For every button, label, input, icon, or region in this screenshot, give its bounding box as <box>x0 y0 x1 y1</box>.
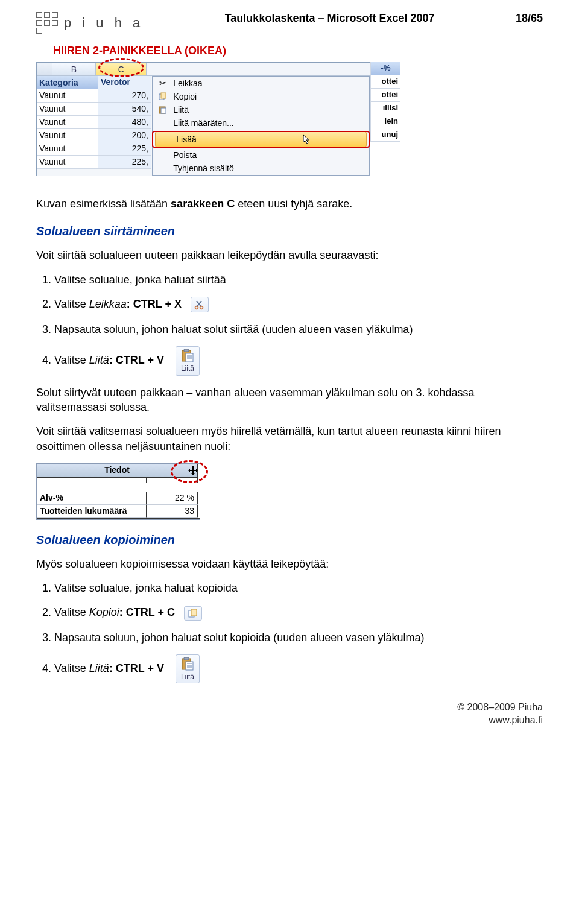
svg-rect-1 <box>161 93 166 98</box>
table-cell[interactable]: 33 <box>147 505 198 518</box>
table-cell[interactable]: Vaunut <box>37 129 98 142</box>
list-item: Valitse Kopioi: CTRL + C <box>54 605 543 620</box>
svg-rect-16 <box>186 662 193 670</box>
list-item: Napsauta soluun, johon haluat solut siir… <box>54 322 543 337</box>
table-cell[interactable]: 270, <box>98 89 151 103</box>
table-title-tiedot[interactable]: Tiedot <box>37 464 198 478</box>
list-item: Valitse Liitä: CTRL + V Liitä <box>54 654 543 683</box>
table-cell[interactable]: 540, <box>98 103 151 116</box>
paste-button[interactable]: Liitä <box>176 346 200 375</box>
document-title: Taulukkolaskenta – Microsoft Excel 2007 <box>225 12 435 25</box>
paste-button[interactable]: Liitä <box>176 654 200 683</box>
table-cell[interactable]: Vaunut <box>37 103 98 116</box>
page-number: 18/65 <box>516 12 543 25</box>
table-cell[interactable]: Vaunut <box>37 116 98 129</box>
move-cursor-icon <box>188 465 198 478</box>
frag-cell: ottei <box>370 89 400 102</box>
column-header-b[interactable]: B <box>52 63 96 76</box>
list-item: Valitse solualue, jonka haluat kopioida <box>54 581 543 595</box>
paste-button-label: Liitä <box>181 672 194 682</box>
menu-item-clear[interactable]: Tyhjennä sisältö <box>153 162 369 175</box>
menu-item-delete[interactable]: Poista <box>153 148 369 162</box>
table-cell[interactable]: 200, <box>98 129 151 142</box>
excel-right-fragment: -% ottei ottei ıllisi lein unuj <box>370 62 400 187</box>
table-cell[interactable]: Alv-% <box>37 492 147 505</box>
table-cell[interactable]: Tuotteiden lukumäärä <box>37 505 147 518</box>
frag-cell: ottei <box>370 75 400 89</box>
logo-icon <box>36 12 58 34</box>
svg-rect-15 <box>184 657 189 660</box>
table-header-veroton[interactable]: Verotor <box>98 76 151 89</box>
svg-point-4 <box>195 306 198 309</box>
menu-item-copy[interactable]: Kopioi <box>153 90 369 103</box>
list-item: Valitse solualue, jonka haluat siirtää <box>54 273 543 287</box>
table-header-kategoria[interactable]: Kategoria <box>37 76 98 89</box>
clipboard-paste-icon <box>180 349 195 363</box>
clipboard-paste-icon <box>180 657 195 671</box>
context-menu: ✂ Leikkaa Kopioi Liitä <box>152 76 370 176</box>
page-footer: © 2008–2009 Piuha www.piuha.fi <box>36 701 543 727</box>
frag-cell: lein <box>370 115 400 128</box>
frag-cell: -% <box>370 62 400 75</box>
list-item: Valitse Liitä: CTRL + V Liitä <box>54 346 543 375</box>
table-cell[interactable]: 480, <box>98 116 151 129</box>
frag-cell: unuj <box>370 128 400 142</box>
annotation-right-click: HIIREN 2-PAINIKKEELLA (OIKEA) <box>53 45 543 57</box>
svg-rect-3 <box>161 108 166 113</box>
excel-screenshot-context-menu: B C Kategoria Verotor Vaunut270, Vaunut5… <box>36 62 543 187</box>
list-item: Valitse Leikkaa: CTRL + X <box>54 297 543 312</box>
cursor-icon <box>302 134 312 147</box>
list-item: Napsauta soluun, johon haluat solut kopi… <box>54 630 543 645</box>
copy-button-icon[interactable] <box>184 606 202 621</box>
menu-item-cut[interactable]: ✂ Leikkaa <box>153 77 369 90</box>
steps-list-move: Valitse solualue, jonka haluat siirtää V… <box>54 273 543 376</box>
paragraph: Voit siirtää valitsemasi solualueen myös… <box>36 424 543 454</box>
section-title-move: Solualueen siirtämineen <box>36 224 543 238</box>
excel-screenshot-drag: Tiedot Alv-% 22 % Tuotteiden lukumäärä 3… <box>36 463 200 520</box>
scissors-icon: ✂ <box>157 78 168 88</box>
table-cell[interactable]: Vaunut <box>37 142 98 156</box>
page-header: p i u h a Taulukkolaskenta – Microsoft E… <box>36 12 543 34</box>
frag-cell: ıllisi <box>370 102 400 115</box>
menu-item-paste[interactable]: Liitä <box>153 103 369 116</box>
footer-url: www.piuha.fi <box>36 714 543 727</box>
column-header-c[interactable]: C <box>96 63 147 76</box>
paste-icon <box>157 105 168 115</box>
paragraph: Solut siirtyvät uuteen paikkaan – vanhan… <box>36 385 543 415</box>
svg-rect-13 <box>191 609 197 616</box>
svg-rect-8 <box>186 353 193 362</box>
menu-item-insert[interactable]: Lisää <box>155 131 367 147</box>
table-cell[interactable]: 225, <box>98 142 151 156</box>
table-cell[interactable]: 22 % <box>147 492 198 505</box>
paragraph: Myös solualueen kopioimisessa voidaan kä… <box>36 557 543 571</box>
steps-list-copy: Valitse solualue, jonka haluat kopioida … <box>54 581 543 683</box>
svg-rect-7 <box>184 349 189 352</box>
paragraph: Voit siirtää solualueen uuteen paikkaan … <box>36 248 543 262</box>
paste-button-label: Liitä <box>181 364 194 373</box>
svg-point-5 <box>200 306 203 309</box>
copyright: © 2008–2009 Piuha <box>36 701 543 714</box>
logo: p i u h a <box>36 12 144 34</box>
table-cell[interactable]: 225, <box>98 156 151 169</box>
logo-text: p i u h a <box>64 15 144 31</box>
column-header-gap <box>147 63 370 76</box>
section-title-copy: Solualueen kopioiminen <box>36 533 543 547</box>
table-cell[interactable]: Vaunut <box>37 156 98 169</box>
table-cell[interactable]: Vaunut <box>37 89 98 103</box>
excel-data-table: Kategoria Verotor Vaunut270, Vaunut540, … <box>37 76 152 176</box>
copy-icon <box>157 92 168 101</box>
paragraph: Kuvan esimerkissä lisätään sarakkeen C e… <box>36 197 543 211</box>
menu-item-paste-special[interactable]: Liitä määräten... <box>153 116 369 130</box>
cut-button-icon[interactable] <box>191 297 209 312</box>
